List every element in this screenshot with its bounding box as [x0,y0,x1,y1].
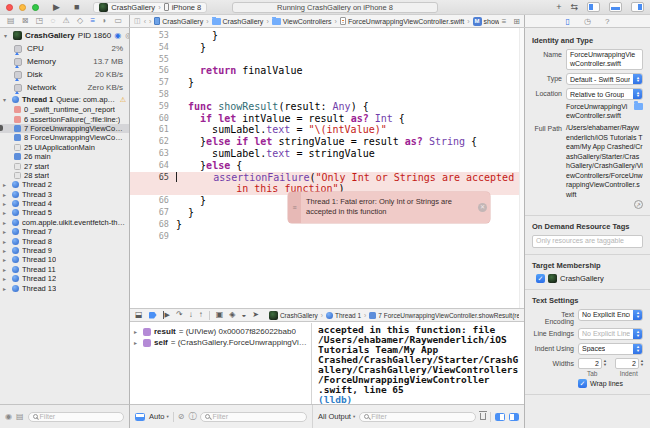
simulate-location-icon[interactable]: ➤ [252,310,259,320]
open-in-finder-icon[interactable]: ↗ [634,200,643,209]
quick-help-inspector-icon[interactable]: ? [605,17,609,26]
disclosure-icon[interactable]: ▸ [134,339,140,346]
disclosure-icon[interactable]: ▸ [3,181,9,188]
code-line[interactable]: 56 return finalValue [130,65,519,77]
gauge-row[interactable]: Disk20 KB/s [0,68,129,81]
add-editor-icon[interactable]: ⊞ [513,17,520,26]
indent-using-popup[interactable]: Spaces▲▼ [578,343,643,355]
show-console-pane-icon[interactable] [509,413,519,421]
related-items-icon[interactable]: ◫ [134,17,141,25]
thread-row[interactable]: ▸Thread 13 [0,283,129,292]
project-navigator-icon[interactable]: ▤ [7,16,15,26]
close-annotation-button[interactable]: ✕ [475,192,490,223]
breadcrumb-item[interactable]: 7 ForceUnwrappingViewController.showResu… [369,312,519,319]
memory-graph-icon[interactable]: ◈ [229,310,235,320]
stack-frame-row[interactable]: 6 assertionFailure(_:file:line:) [0,114,129,123]
variable-row[interactable]: ▸self = (CrashGallery.ForceUnwrappingVie… [130,337,311,348]
thread-row[interactable]: ▸Thread 12 [0,274,129,283]
disclosure-icon[interactable]: ▸ [3,228,9,235]
disclosure-icon[interactable]: ▸ [3,209,9,216]
disclosure-icon[interactable]: ▸ [3,266,9,273]
thread-row[interactable]: ▸Thread 3 [0,190,129,199]
back-button[interactable]: ‹ [144,18,146,25]
code-line[interactable]: 60 if let intValue = result as? Int { [130,113,519,125]
disclosure-icon[interactable]: ▸ [3,200,9,207]
disclosure-icon[interactable]: ▸ [3,275,9,282]
code-line[interactable]: 54 } [130,42,519,54]
thread-row[interactable]: ▸Thread 7 [0,227,129,236]
target-checkbox[interactable]: ✓ [536,274,545,283]
gauge-view-icon[interactable]: ◉ [5,412,12,421]
stack-frame-row[interactable]: 25 UIApplicationMain [0,143,129,152]
file-inspector-icon[interactable]: ▯ [566,17,570,26]
gauge-row[interactable]: NetworkZero KB/s [0,81,129,94]
indent-width-field[interactable]: 2 [615,358,639,369]
breadcrumb-item[interactable]: ForceUnwrappingViewController.swift [340,17,464,25]
source-editor[interactable]: 53 }54 }5556 return finalValue57 }5859 f… [130,28,524,308]
library-button[interactable]: + [556,3,561,12]
scheme-selector[interactable]: CrashGallery › iPhone 8 [93,2,207,13]
report-navigator-icon[interactable]: ▭ [114,16,122,26]
run-button[interactable]: ▶ [53,3,60,12]
activate-breakpoints-icon[interactable] [149,312,157,319]
stepper-icon[interactable]: ▲▼ [640,358,644,367]
code-line[interactable]: 65 assertionFailure("Only Int or Strings… [130,172,519,184]
disclosure-icon[interactable]: ▸ [134,328,140,335]
editor-options-button[interactable]: ⇆ [570,3,578,12]
breadcrumb-item[interactable]: Thread 1 [326,312,361,319]
disclosure-icon[interactable]: ▸ [3,191,9,198]
disclosure-icon[interactable]: ▾ [3,96,9,103]
code-line[interactable]: 64 }else { [130,160,519,172]
code-line[interactable]: 59 func showResult(result: Any) { [130,101,519,113]
code-line[interactable]: 63 sumLabel.text = stringValue [130,148,519,160]
step-into-icon[interactable]: ↓ [189,310,193,320]
thread-row[interactable]: ▸com.apple.uikit.eventfetch-thread (6) [0,218,129,227]
step-over-icon[interactable]: ↷ [176,310,183,320]
wrap-lines-checkbox[interactable]: ✓ [578,379,587,388]
symbol-navigator-icon[interactable]: ◳ [36,16,44,26]
thread-row[interactable]: ▸Thread 9 [0,246,129,255]
toggle-inspector-button[interactable] [631,2,644,12]
breakpoint-navigator-icon[interactable]: ◗ [102,16,107,26]
stack-frame-row[interactable]: 7 ForceUnwrappingViewController.showR… [0,124,129,133]
code-line[interactable]: 61 sumLabel.text = "\(intValue)" [130,124,519,136]
breadcrumb-item[interactable]: showResult(result:) [473,17,499,26]
show-variables-pane-icon[interactable] [495,413,505,421]
thread-1-row[interactable]: ▾ Thread 1 Queue: com.ap…in-thread (seri… [0,94,129,105]
issue-navigator-icon[interactable]: ⚠ [63,16,70,26]
process-row[interactable]: ▾ CrashGallery PID 1860 ◉ ◎ [0,28,129,42]
thread-row[interactable]: ▸Thread 10 [0,255,129,264]
disclosure-icon[interactable]: ▸ [3,238,9,245]
variable-row[interactable]: ▸result = (UIView) 0x00007f826022bab0 [130,326,311,337]
console-filter-field[interactable]: Filter [359,412,476,422]
stack-frame-row[interactable]: 28 start [0,171,129,180]
show-variables-view-icon[interactable] [135,413,145,421]
step-out-icon[interactable]: ↑ [199,310,203,320]
navigator-filter-field[interactable]: Filter [28,412,124,422]
folder-icon[interactable] [634,103,643,110]
debug-navigator-icon[interactable]: ≡ [90,16,95,26]
code-line[interactable]: 55 [130,54,519,66]
breadcrumb-item[interactable]: CrashGallery [269,311,318,320]
toggle-debug-area-button[interactable] [609,2,622,12]
code-line[interactable]: 58 [130,89,519,101]
console-view[interactable]: accepted in this function: file/Users/eh… [313,323,524,404]
pause-debugging-icon[interactable]: ◉ [114,31,121,40]
breadcrumb-item[interactable]: ViewControllers [272,18,332,25]
name-field[interactable]: ForceUnwrappingViewController.swift [566,49,643,70]
disclosure-icon[interactable]: ▾ [4,32,10,39]
disclosure-icon[interactable]: ▸ [3,247,9,254]
stack-frame-row[interactable]: 27 start [0,161,129,170]
continue-execution-icon[interactable]: ▶ [163,311,170,319]
editor-minimap-icon[interactable]: ≡ [502,17,507,26]
thread-row[interactable]: ▸Thread 8 [0,236,129,245]
code-line[interactable]: 57 } [130,77,519,89]
no-entry-icon[interactable]: ⊘ [178,412,185,421]
console-output-popup[interactable]: All Output ▾ [318,412,355,421]
toggle-navigator-button[interactable] [587,2,600,12]
close-window-button[interactable] [6,4,13,11]
thread-row[interactable]: ▸Thread 5 [0,208,129,217]
thread-row[interactable]: ▸Thread 4 [0,199,129,208]
disclosure-icon[interactable]: ▸ [3,256,9,263]
source-control-navigator-icon[interactable]: ⊠ [22,16,29,26]
